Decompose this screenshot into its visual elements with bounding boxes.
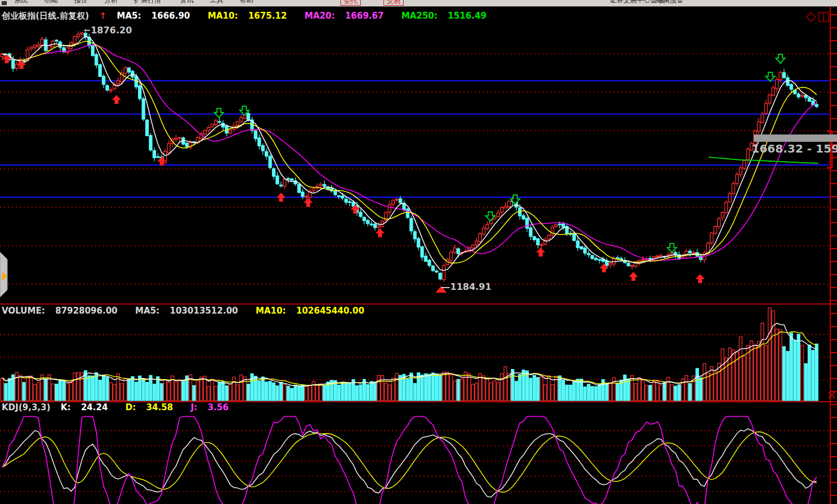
buy-signal-arrow-icon (629, 272, 638, 281)
menu-item-help[interactable]: 帮助 (240, 0, 253, 4)
buy-signal-arrow-icon (112, 95, 121, 104)
ma10-indicator: MA10: 1675.12 (208, 11, 294, 21)
diamond-tool-icon[interactable] (806, 12, 816, 21)
sell-signal-arrow-icon (486, 212, 495, 221)
sell-signal-arrow-icon (214, 108, 223, 118)
range-tooltip: 1668.32 - 1593.1 (752, 142, 837, 155)
buy-signal-arrow-icon (696, 274, 705, 283)
volume-panel-header: VOLUME: 87928096.00 MA5: 103013512.00 MA… (2, 306, 379, 316)
menu-item-quotes[interactable]: 报价 (74, 0, 88, 4)
price-panel-header: 创业板指(日线.前复权) ↑ MA5: 1666.90 MA10: 1675.1… (2, 11, 501, 21)
kdj-label: KDJ(9,3,3) (2, 402, 50, 412)
volume-ma10: MA10: 102645440.00 (256, 306, 372, 316)
trading-app-window: { "menu": { "items": ["系统", "功能", "报价", … (0, 0, 837, 504)
kdj-k-value: K: 24.24 (61, 402, 115, 412)
ma250-indicator: MA250: 1516.49 (402, 11, 494, 21)
sell-signal-arrow-icon (511, 195, 520, 204)
volume-value: VOLUME: 87928096.00 (2, 306, 125, 316)
menu-right-text-2: 电脑预警 (656, 0, 683, 4)
volume-bars (1, 308, 818, 401)
range-tooltip-bar (754, 134, 837, 142)
trend-up-icon: ↑ (100, 11, 107, 21)
ma20-indicator: MA20: 1669.67 (304, 11, 391, 21)
sell-signal-arrow-icon (667, 244, 676, 253)
kdj-j-value: J: 3.56 (191, 402, 236, 412)
kdj-d-value: D: 34.58 (126, 402, 180, 412)
menu-item-analysis[interactable]: 分析 (104, 0, 118, 4)
low-price-label: —1184.91 (441, 281, 491, 292)
buy-signal-arrow-icon (536, 247, 545, 257)
menu-item-news[interactable]: 资讯 (180, 0, 193, 4)
menu-item-trade[interactable]: 交易 (383, 0, 404, 6)
app-icon[interactable] (2, 1, 7, 5)
stock-title: 创业板指(日线.前复权) (2, 11, 89, 21)
buy-signal-arrow-icon (304, 198, 313, 207)
kdj-panel-header: KDJ(9,3,3) K: 24.24 D: 34.58 J: 3.56 (2, 402, 243, 412)
menu-bar: 系统 功能 报价 分析 扩展行情 资讯 工具 帮助 委托 交易 证券交易中心显示… (0, 0, 837, 7)
buy-signal-arrow-icon (277, 193, 286, 202)
menu-item-entrust[interactable]: 委托 (340, 0, 361, 6)
sell-signal-arrow-icon (776, 54, 785, 63)
menu-item-tools[interactable]: 工具 (210, 0, 223, 4)
buy-signal-arrow-icon (376, 228, 385, 237)
main-chart[interactable] (0, 0, 837, 504)
menu-item-extended[interactable]: 扩展行情 (134, 0, 161, 4)
high-price-label: ~1876.20 (83, 25, 132, 36)
volume-ma5: MA5: 103013512.00 (135, 306, 245, 316)
menu-item-function[interactable]: 功能 (44, 0, 58, 4)
sell-signal-arrow-icon (766, 72, 775, 81)
menu-item-system[interactable]: 系统 (14, 0, 28, 4)
candles (1, 29, 818, 282)
ma5-indicator: MA5: 1666.90 (117, 11, 197, 21)
